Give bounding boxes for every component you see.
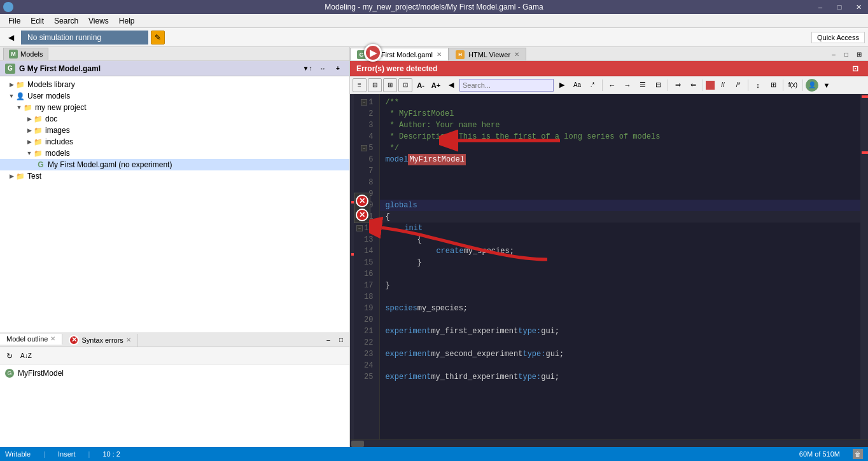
tree-item-user-models[interactable]: ▼ 👤 User models (0, 90, 349, 102)
gc-button[interactable]: 🗑 (853, 449, 863, 459)
minimize-editor-button[interactable]: – (827, 48, 840, 60)
tree-label-models-library: Models library (27, 80, 75, 89)
code-line-2: * MyFirstModel (380, 108, 860, 120)
minimize-button[interactable]: – (811, 0, 830, 14)
format-btn-2[interactable]: ⊟ (368, 78, 382, 92)
nav-next-btn[interactable]: ▶ (555, 78, 569, 92)
tab-model-outline[interactable]: Model outline ✕ (0, 334, 62, 345)
status-bar-right: 60M of 510M 🗑 (799, 449, 863, 459)
search-input[interactable] (459, 79, 554, 92)
toolbar-sep-2 (668, 79, 668, 91)
outline-item-icon: G (5, 369, 14, 378)
tab-model-outline-close[interactable]: ✕ (50, 335, 55, 342)
menu-edit[interactable]: Edit (25, 15, 49, 27)
case-btn[interactable]: Aa (570, 78, 584, 92)
code-editor: – 1 2 3 4 – 5 6 7 8 9 – 10 – (350, 94, 868, 439)
explorer-header: G G My First Model.gaml ▼↑ ↔ + (0, 61, 349, 76)
menu-file[interactable]: File (3, 15, 25, 27)
horizontal-scrollbar[interactable] (350, 439, 868, 447)
bottom-tab-bar: Model outline ✕ ✕ Syntax errors ✕ – □ (0, 333, 349, 347)
menu-views[interactable]: Views (83, 15, 114, 27)
models-tab-label: Models (20, 50, 43, 58)
format-btn-1[interactable]: ≡ (353, 78, 367, 92)
comment-btn-2[interactable]: /* (731, 78, 745, 92)
list2-btn[interactable]: ⊟ (651, 78, 665, 92)
tree-label-test: Test (27, 172, 41, 181)
align-btn[interactable]: ↕ (751, 78, 765, 92)
sort-outline-button[interactable]: A↓Z (19, 349, 33, 363)
new-file-button[interactable]: + (332, 63, 344, 74)
outdent-btn[interactable]: ⇐ (686, 78, 700, 92)
tree-item-models-library[interactable]: ▶ 📁 Models library (0, 79, 349, 90)
maximize-panel-button[interactable]: □ (335, 334, 347, 346)
font-increase-btn[interactable]: A+ (429, 78, 443, 92)
maximize-button[interactable]: □ (830, 0, 849, 14)
indent-btn[interactable]: ⇒ (671, 78, 685, 92)
layout-editor-button[interactable]: ⊞ (853, 48, 865, 60)
comment-color-btn[interactable] (706, 81, 715, 90)
tree-item-doc[interactable]: ▶ 📁 doc (0, 113, 349, 125)
tree-label-images: images (45, 126, 70, 135)
status-position: 10 : 2 (102, 450, 120, 458)
fold-btn-5[interactable]: – (361, 145, 367, 151)
tree-item-includes[interactable]: ▶ 📁 includes (0, 136, 349, 148)
menu-search[interactable]: Search (49, 15, 83, 27)
fold-btn-10[interactable]: – (356, 202, 363, 209)
tree-item-my-first-model[interactable]: G My First Model.gaml (no experiment) (0, 159, 349, 170)
tree-item-models[interactable]: ▼ 📁 models (0, 148, 349, 159)
models-tab[interactable]: M Models (3, 48, 48, 60)
tab-html-viewer-close[interactable]: ✕ (514, 51, 519, 58)
line-num-23: 23 (356, 348, 375, 360)
format-btn-4[interactable]: ⊡ (398, 78, 412, 92)
tree-label-my-first-model: My First Model.gaml (no experiment) (48, 160, 172, 169)
tab-syntax-errors[interactable]: ✕ Syntax errors ✕ (62, 334, 137, 347)
link-editor-button[interactable]: ↔ (316, 63, 329, 74)
tab-html-viewer[interactable]: H HTML Viewer ✕ (449, 48, 526, 60)
line-num-9: 9 (356, 188, 375, 200)
profile-btn[interactable]: 👤 (806, 79, 818, 92)
error-banner-close[interactable]: ⊡ (849, 62, 862, 75)
code-line-17 (380, 291, 860, 303)
table-btn[interactable]: ⊞ (766, 78, 780, 92)
toolbar-sep-5 (783, 79, 783, 91)
editor-tab-bar: G My First Model.gaml ✕ ▶ H HTML Viewer … (350, 47, 868, 61)
collapse-all-button[interactable]: ▼↑ (301, 63, 314, 74)
fold-btn-11[interactable]: – (356, 214, 363, 220)
fold-btn-1[interactable]: – (361, 99, 367, 106)
minimize-panel-button[interactable]: – (323, 334, 334, 346)
fold-btn-12[interactable]: – (356, 225, 363, 231)
menu-help[interactable]: Help (114, 15, 140, 27)
models-folder-icon: 📁 (33, 148, 43, 158)
maximize-editor-button[interactable]: □ (840, 48, 853, 60)
models-tab-icon: M (9, 50, 18, 58)
nav-fwd-btn[interactable]: → (620, 78, 634, 92)
run-circle-button[interactable]: ▶ (364, 44, 382, 62)
comment-btn-1[interactable]: // (716, 78, 730, 92)
regex-btn[interactable]: .* (585, 78, 599, 92)
editor-tabs-group: G My First Model.gaml ✕ ▶ H HTML Viewer … (350, 48, 526, 60)
toolbar-sep-1 (602, 79, 603, 91)
tree-item-my-new-project[interactable]: ▼ 📁 my new project (0, 102, 349, 113)
tree-arrow-models: ▼ (25, 149, 33, 157)
nav-back-btn[interactable]: ← (605, 78, 619, 92)
editor-scrollbar[interactable] (860, 94, 868, 439)
fx-btn[interactable]: f(x) (786, 78, 800, 92)
outline-content: G MyFirstModel (0, 365, 349, 447)
tree-item-test[interactable]: ▶ 📁 Test (0, 170, 349, 182)
format-btn-3[interactable]: ⊞ (383, 78, 397, 92)
run-button[interactable]: ✎ (151, 31, 165, 45)
font-decrease-btn[interactable]: A- (414, 78, 428, 92)
back-button[interactable]: ◀ (3, 30, 18, 45)
dropdown-btn[interactable]: ▼ (820, 78, 834, 92)
tab-syntax-errors-close[interactable]: ✕ (126, 336, 131, 343)
quick-access-button[interactable]: Quick Access (811, 32, 865, 43)
code-line-13: create my_species; (380, 245, 860, 257)
outline-item-myfirstmodel[interactable]: G MyFirstModel (3, 368, 347, 379)
code-content[interactable]: /** * MyFirstModel * Author: Your name h… (380, 94, 860, 439)
tree-item-images[interactable]: ▶ 📁 images (0, 125, 349, 136)
refresh-outline-button[interactable]: ↻ (3, 349, 17, 363)
list-btn[interactable]: ☰ (636, 78, 650, 92)
nav-prev-btn[interactable]: ◀ (444, 78, 458, 92)
close-button[interactable]: ✕ (849, 0, 868, 14)
tab-my-first-model-close[interactable]: ✕ (437, 51, 442, 58)
